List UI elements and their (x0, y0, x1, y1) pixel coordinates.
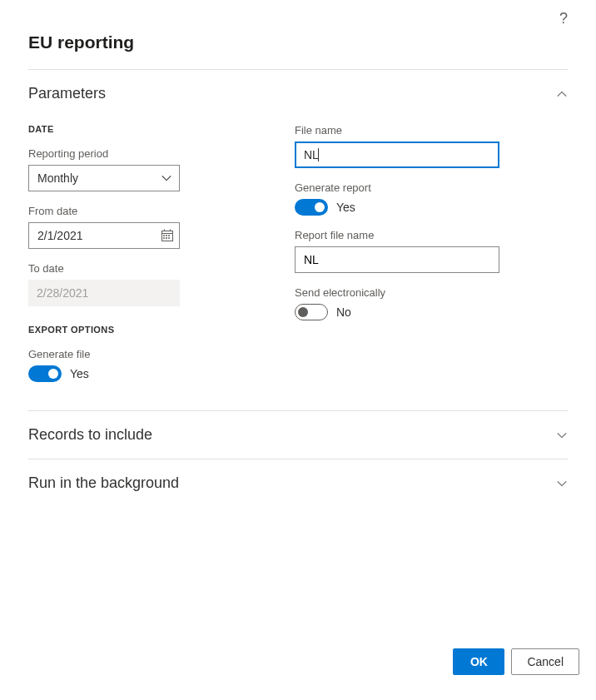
label-report-file-name: Report file name (295, 229, 499, 241)
send-electronically-state: No (336, 305, 351, 319)
label-from-date: From date (28, 205, 211, 217)
label-generate-file: Generate file (28, 348, 211, 360)
section-run-in-background: Run in the background (28, 459, 568, 507)
dialog-title: EU reporting (28, 32, 568, 52)
from-date-value: 2/1/2021 (37, 229, 83, 242)
label-file-name: File name (295, 124, 499, 137)
chevron-down-icon (161, 172, 172, 184)
dialog-eu-reporting: ? EU reporting Parameters DATE Reporting… (0, 0, 596, 507)
section-header-parameters[interactable]: Parameters (28, 85, 568, 102)
group-header-export-options: EXPORT OPTIONS (28, 325, 211, 335)
label-to-date: To date (28, 262, 211, 275)
file-name-input[interactable]: NL (295, 141, 499, 168)
reporting-period-value: Monthly (37, 171, 78, 185)
file-name-value: NL (304, 148, 319, 161)
generate-file-state: Yes (70, 367, 89, 380)
chevron-up-icon (556, 88, 568, 100)
calendar-icon[interactable] (161, 229, 174, 242)
section-title: Parameters (28, 85, 106, 102)
chevron-down-icon (556, 429, 568, 441)
to-date-input: 2/28/2021 (28, 280, 180, 306)
from-date-input[interactable]: 2/1/2021 (28, 222, 180, 249)
label-reporting-period: Reporting period (28, 147, 211, 160)
reporting-period-select[interactable]: Monthly (28, 165, 180, 191)
section-title: Run in the background (28, 474, 179, 492)
section-title: Records to include (28, 426, 152, 444)
generate-report-toggle[interactable] (295, 199, 328, 216)
section-header-background[interactable]: Run in the background (28, 474, 568, 492)
section-parameters: Parameters DATE Reporting period Monthly… (28, 69, 568, 410)
group-header-date: DATE (28, 124, 211, 134)
label-generate-report: Generate report (295, 181, 499, 194)
send-electronically-toggle[interactable] (295, 304, 328, 320)
text-caret (318, 148, 319, 161)
chevron-down-icon (556, 478, 568, 489)
generate-report-state: Yes (336, 201, 355, 214)
ok-button[interactable]: OK (453, 648, 504, 675)
section-header-records[interactable]: Records to include (28, 426, 568, 444)
cancel-button[interactable]: Cancel (511, 648, 579, 675)
report-file-name-input[interactable] (295, 246, 499, 273)
generate-file-toggle[interactable] (28, 365, 62, 382)
help-icon[interactable]: ? (559, 10, 568, 27)
to-date-value: 2/28/2021 (37, 286, 88, 300)
label-send-electronically: Send electronically (295, 286, 499, 299)
dialog-footer: OK Cancel (453, 648, 579, 675)
section-records-to-include: Records to include (28, 410, 568, 459)
